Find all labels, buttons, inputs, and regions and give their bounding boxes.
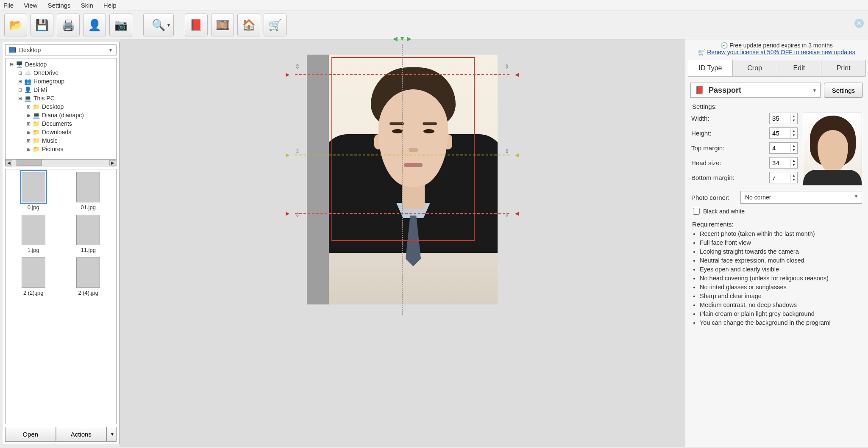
spinner-width[interactable]: ▲▼ bbox=[769, 113, 798, 124]
tree-horizontal-scrollbar[interactable]: ◀ ▶ bbox=[5, 160, 117, 166]
tree-item[interactable]: ⊞👥Homegroup bbox=[7, 77, 114, 86]
scroll-left-button[interactable]: ◀ bbox=[6, 160, 12, 166]
spinner-height[interactable]: ▲▼ bbox=[769, 127, 798, 139]
right-grip-icon[interactable]: ⇕ bbox=[504, 63, 509, 70]
menubar: FileViewSettingsSkinHelp bbox=[0, 0, 868, 11]
tree-toggle-icon[interactable]: ⊟ bbox=[9, 62, 14, 67]
home-button[interactable]: 🏠 bbox=[237, 14, 260, 36]
help-button[interactable]: 📕 bbox=[185, 14, 208, 36]
thumbnail[interactable]: 0.jpg bbox=[8, 172, 59, 210]
left-mid-grip-icon[interactable]: ⇕ bbox=[295, 148, 300, 155]
renew-link[interactable]: Renew your license at 50% OFF to receive… bbox=[707, 49, 855, 55]
eye-guide[interactable] bbox=[295, 155, 509, 155]
save-button[interactable]: 💾 bbox=[31, 14, 53, 36]
tree-toggle-icon[interactable]: ⊞ bbox=[26, 104, 31, 110]
sample-photo bbox=[803, 113, 862, 185]
tree-item[interactable]: ⊞📁Downloads bbox=[7, 128, 114, 136]
tree-item[interactable]: ⊞👤Di Mi bbox=[7, 86, 114, 94]
spin-down-icon[interactable]: ▼ bbox=[790, 119, 797, 123]
spin-down-icon[interactable]: ▼ bbox=[790, 133, 797, 138]
tree-toggle-icon[interactable]: ⊟ bbox=[17, 96, 22, 101]
left-grip-icon[interactable]: ⇕ bbox=[295, 63, 300, 70]
tab-edit[interactable]: Edit bbox=[777, 60, 822, 76]
thumbnail[interactable]: 01.jpg bbox=[63, 172, 114, 210]
chin-guide[interactable] bbox=[295, 213, 509, 214]
thumbnail[interactable]: 2 (2).jpg bbox=[8, 257, 59, 296]
left-low-grip-icon[interactable]: ⇕ bbox=[295, 211, 300, 218]
tree-item[interactable]: ⊞📁Documents bbox=[7, 119, 114, 128]
menu-settings[interactable]: Settings bbox=[47, 2, 70, 9]
tree-item[interactable]: ⊞☁️OneDrive bbox=[7, 69, 114, 77]
tree-toggle-icon[interactable]: ⊞ bbox=[26, 121, 31, 127]
spin-up-icon[interactable]: ▲ bbox=[790, 174, 797, 178]
tree-item[interactable]: ⊞📁Pictures bbox=[7, 145, 114, 153]
tree-toggle-icon[interactable]: ⊞ bbox=[17, 87, 22, 93]
tree-label: Desktop bbox=[25, 61, 47, 68]
settings-button[interactable]: Settings bbox=[824, 83, 863, 98]
tree-toggle-icon[interactable]: ⊞ bbox=[26, 113, 31, 118]
toolbar: 📂💾🖨️👤📷🔍📕🎞️🏠🛒✕ bbox=[0, 11, 868, 39]
tree-toggle-icon[interactable]: ⊞ bbox=[26, 130, 31, 135]
spin-down-icon[interactable]: ▼ bbox=[790, 163, 797, 167]
input-bottom_margin[interactable] bbox=[770, 172, 790, 183]
spinner-head_size[interactable]: ▲▼ bbox=[769, 157, 798, 169]
tree-toggle-icon[interactable]: ⊞ bbox=[17, 70, 22, 76]
input-height[interactable] bbox=[770, 128, 790, 138]
tree-item[interactable]: ⊞📁Music bbox=[7, 136, 114, 145]
tree-toggle-icon[interactable]: ⊞ bbox=[17, 79, 22, 84]
menu-help[interactable]: Help bbox=[103, 2, 117, 9]
spin-up-icon[interactable]: ▲ bbox=[790, 114, 797, 119]
open-button[interactable]: Open bbox=[5, 427, 56, 442]
zoom-button[interactable]: 🔍 bbox=[143, 14, 174, 36]
requirement-item: Sharp and clear image bbox=[700, 292, 862, 301]
input-head_size[interactable] bbox=[770, 158, 790, 168]
tree-item[interactable]: ⊞📁Desktop bbox=[7, 102, 114, 111]
reel-button[interactable]: 🎞️ bbox=[211, 14, 234, 36]
person-button[interactable]: 👤 bbox=[83, 14, 106, 36]
top-guide[interactable] bbox=[295, 74, 509, 75]
folder-tree[interactable]: ⊟🖥️Desktop⊞☁️OneDrive⊞👥Homegroup⊞👤Di Mi⊟… bbox=[5, 58, 117, 160]
cart-button[interactable]: 🛒 bbox=[264, 14, 287, 36]
top-marker-icon[interactable]: ◀ ▼ ▶ bbox=[393, 35, 412, 42]
open-folder-button[interactable]: 📂 bbox=[4, 14, 27, 36]
menu-file[interactable]: File bbox=[3, 2, 14, 9]
spin-up-icon[interactable]: ▲ bbox=[790, 144, 797, 148]
input-top_margin[interactable] bbox=[770, 143, 790, 153]
menu-skin[interactable]: Skin bbox=[81, 2, 93, 9]
scroll-right-button[interactable]: ▶ bbox=[109, 160, 116, 166]
menu-view[interactable]: View bbox=[24, 2, 37, 9]
tab-id-type[interactable]: ID Type bbox=[688, 60, 733, 76]
spinner-bottom_margin[interactable]: ▲▼ bbox=[769, 172, 798, 183]
spin-down-icon[interactable]: ▼ bbox=[790, 178, 797, 182]
tree-toggle-icon[interactable]: ⊞ bbox=[26, 147, 31, 152]
id-type-select[interactable]: 📕 Passport bbox=[690, 83, 821, 98]
location-dropdown[interactable]: Desktop bbox=[5, 44, 117, 55]
tab-print[interactable]: Print bbox=[821, 60, 866, 76]
thumbnail[interactable]: 2 (4).jpg bbox=[63, 257, 114, 296]
spinner-top_margin[interactable]: ▲▼ bbox=[769, 142, 798, 154]
corner-select[interactable]: No corner bbox=[740, 191, 862, 204]
spin-up-icon[interactable]: ▲ bbox=[790, 159, 797, 163]
print-button[interactable]: 🖨️ bbox=[57, 14, 80, 36]
folder-icon: 📁 bbox=[33, 103, 40, 110]
camera-button[interactable]: 📷 bbox=[109, 14, 132, 36]
photo-background bbox=[307, 55, 498, 304]
actions-button[interactable]: Actions bbox=[56, 427, 107, 442]
spin-up-icon[interactable]: ▲ bbox=[790, 129, 797, 133]
close-notice-button[interactable]: ✕ bbox=[854, 19, 864, 28]
tree-item[interactable]: ⊟💻This PC bbox=[7, 94, 114, 102]
right-mid-grip-icon[interactable]: ⇕ bbox=[504, 148, 509, 155]
tree-item[interactable]: ⊟🖥️Desktop bbox=[7, 60, 114, 69]
bw-checkbox[interactable] bbox=[693, 208, 700, 215]
input-width[interactable] bbox=[770, 113, 790, 124]
thumbnail[interactable]: 11.jpg bbox=[63, 215, 114, 253]
right-low-grip-icon[interactable]: ⇕ bbox=[504, 211, 509, 218]
scrollbar-thumb[interactable] bbox=[17, 160, 42, 166]
photo-image[interactable] bbox=[329, 55, 498, 304]
actions-dropdown-button[interactable]: ▼ bbox=[106, 427, 117, 442]
tree-item[interactable]: ⊞💻Diana (dianapc) bbox=[7, 111, 114, 119]
tab-crop[interactable]: Crop bbox=[732, 60, 777, 76]
spin-down-icon[interactable]: ▼ bbox=[790, 148, 797, 152]
tree-toggle-icon[interactable]: ⊞ bbox=[26, 138, 31, 144]
thumbnail[interactable]: 1.jpg bbox=[8, 215, 59, 253]
